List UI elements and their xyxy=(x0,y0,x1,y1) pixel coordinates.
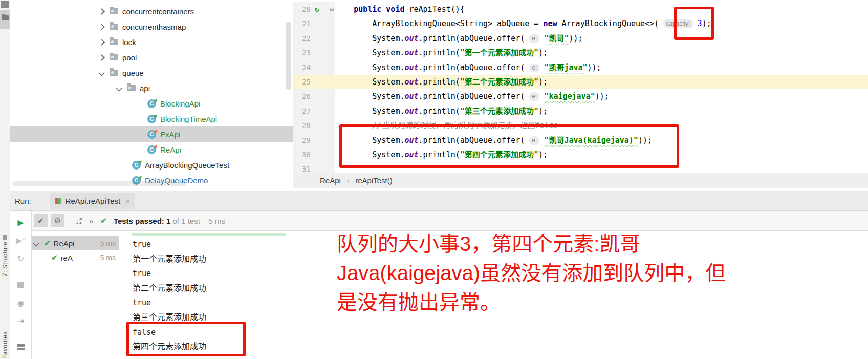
run-configuration-tab[interactable]: ReApi.reApiTest × xyxy=(50,193,135,209)
class-icon: C xyxy=(147,99,157,108)
rerun-button[interactable]: ▶ xyxy=(14,217,28,228)
run-left-toolbar: ▶▶⁹↻◉⇥ xyxy=(10,211,32,359)
tree-item-concurrenthasmap[interactable]: concurrenthasmap xyxy=(10,19,293,34)
gutter: 27 xyxy=(293,104,335,118)
class-icon: C xyxy=(147,145,157,154)
tree-item-queue[interactable]: queue xyxy=(10,65,293,80)
tree-item-concurrentcontainers[interactable]: concurrentcontainers xyxy=(10,4,293,19)
test-tree-item-ReApi[interactable]: ✔ReApi5 ms xyxy=(32,236,119,250)
run-configuration-icon xyxy=(55,198,61,204)
tree-item-exapi[interactable]: CExApi xyxy=(10,126,293,142)
project-tree-horizontal-scrollbar[interactable] xyxy=(12,181,186,186)
code-text: System.out.println("第一个元素添加成功"); xyxy=(335,46,548,60)
chevron-right-icon[interactable] xyxy=(97,53,105,61)
test-history-button[interactable]: ◉ xyxy=(14,297,28,308)
stop-icon xyxy=(17,282,24,288)
toolbar-divider xyxy=(15,272,27,272)
tree-item-arrayblockingqueuetest[interactable]: CArrayBlockingQueueTest xyxy=(10,157,293,173)
tests-passed-status: Tests passed: 1 of 1 test – 5 ms xyxy=(114,217,225,225)
test-progress-bar xyxy=(132,233,286,236)
test-duration: 5 ms xyxy=(100,239,116,247)
line-number: 27 xyxy=(297,104,311,118)
rerun-failed-tests-button[interactable]: ▶⁹ xyxy=(14,235,28,246)
run-tab-title: ReApi.reApiTest xyxy=(66,197,121,205)
show-ignored-button[interactable]: ⊘ xyxy=(51,214,64,227)
line-number: 24 xyxy=(297,60,311,75)
class-icon: C xyxy=(132,161,141,169)
test-passed-icon: ✔ xyxy=(51,253,58,262)
class-icon: C xyxy=(147,130,157,138)
favorites-tool-window-button[interactable]: Favorites xyxy=(0,305,10,359)
code-line-21[interactable]: 21 ArrayBlockingQueue<String> abQueue = … xyxy=(293,16,868,31)
code-line-26[interactable]: 26 System.out.println(abQueue.offer( e: … xyxy=(293,89,868,103)
folder-icon xyxy=(127,84,136,92)
toggle-auto-test-button[interactable]: ↻ xyxy=(14,253,28,264)
tree-item-api[interactable]: api xyxy=(10,80,293,96)
gutter: 29 xyxy=(293,133,335,147)
tree-item-lock[interactable]: lock xyxy=(10,34,293,50)
chevron-down-icon[interactable] xyxy=(115,84,123,92)
run-test-icon[interactable]: ↻ xyxy=(315,2,319,16)
tree-item-label: pool xyxy=(122,53,137,62)
code-line-22[interactable]: 22 System.out.println(abQueue.offer( e: … xyxy=(293,31,868,46)
tree-item-reapi[interactable]: CReApi xyxy=(10,142,293,157)
chevron-right-icon[interactable] xyxy=(97,38,105,46)
console-line: true xyxy=(133,237,206,252)
console-line: 第一个元素添加成功 xyxy=(133,252,206,267)
annotation-line: 是没有抛出异常。 xyxy=(337,288,726,317)
run-tab-row: Run: ReApi.reApiTest × xyxy=(10,191,868,211)
code-line-23[interactable]: 23 System.out.println("第一个元素添加成功"); xyxy=(293,46,868,60)
breadcrumb: ReApi › reApiTest() xyxy=(293,173,868,188)
tree-item-blockingtimeapi[interactable]: CBlockingTimeApi xyxy=(10,111,293,126)
code-line-25[interactable]: 25 System.out.println("第二个元素添加成功"); xyxy=(293,75,868,89)
code-line-20[interactable]: 20↻⊟ public void reApiTest(){ xyxy=(293,2,868,16)
gutter: 21 xyxy=(293,16,335,31)
tree-item-blockingapi[interactable]: CBlockingApi xyxy=(10,96,293,111)
chevron-right-icon[interactable] xyxy=(97,7,105,15)
gutter: 23 xyxy=(293,46,335,60)
more-actions-chevrons[interactable]: » xyxy=(89,217,93,225)
chevron-down-icon[interactable] xyxy=(97,69,105,77)
chevron-down-icon[interactable] xyxy=(32,239,40,247)
test-name: ReApi xyxy=(54,239,75,248)
stop-button[interactable] xyxy=(14,280,28,291)
chevron-right-icon[interactable] xyxy=(97,23,105,31)
tree-item-label: queue xyxy=(122,69,144,77)
project-tool-window-icon[interactable] xyxy=(1,1,9,8)
breadcrumb-method[interactable]: reApiTest() xyxy=(355,176,393,185)
favorites-label: Favorites xyxy=(2,331,9,359)
project-tree-vertical-scrollbar[interactable] xyxy=(286,22,291,90)
line-number: 31 xyxy=(297,162,311,173)
structure-tool-window-button[interactable]: 7: Structure xyxy=(0,213,10,277)
line-number: 29 xyxy=(297,133,311,147)
code-line-24[interactable]: 24 System.out.println(abQueue.offer( e: … xyxy=(293,60,868,75)
fold-marker-icon[interactable]: ⊟ xyxy=(330,2,334,16)
tree-item-label: BlockingTimeApi xyxy=(160,115,217,123)
annotation-box-capacity xyxy=(674,7,714,40)
structure-icon xyxy=(3,235,8,240)
tree-item-label: ReApi xyxy=(160,145,181,154)
tree-item-label: concurrenthasmap xyxy=(122,23,186,31)
console-line: true xyxy=(133,266,206,281)
folder-icon xyxy=(110,23,119,31)
code-text: System.out.println("第二个元素添加成功"); xyxy=(335,75,548,89)
restore-layout-button[interactable] xyxy=(14,342,28,353)
test-tree-item-reA[interactable]: ✔reA5 ms xyxy=(32,250,119,265)
tree-item-label: lock xyxy=(122,38,136,47)
close-tab-icon[interactable]: × xyxy=(125,197,130,205)
line-number: 22 xyxy=(297,31,311,46)
test-results-tree: ✔ReApi5 ms✔reA5 ms xyxy=(32,231,119,359)
annotation-box-offer-lines xyxy=(339,124,679,168)
tree-item-label: concurrentcontainers xyxy=(122,7,194,16)
sort-alphabetically-button[interactable]: ↓ az xyxy=(75,217,82,225)
toolbar-divider xyxy=(15,334,27,334)
layout-icon xyxy=(17,344,25,350)
annotation-line: Java(kaigejava)虽然没有添加到队列中，但 xyxy=(337,259,726,288)
project-tool-window-selected[interactable] xyxy=(0,10,10,29)
show-passed-button[interactable]: ✔ xyxy=(34,214,48,227)
annotation-box-console-false xyxy=(126,322,246,356)
tree-item-pool[interactable]: pool xyxy=(10,50,293,65)
import-tests-button[interactable]: ⇥ xyxy=(14,315,28,326)
breadcrumb-class[interactable]: ReApi xyxy=(320,176,341,185)
code-line-27[interactable]: 27 System.out.println("第三个元素添加成功"); xyxy=(293,104,868,118)
